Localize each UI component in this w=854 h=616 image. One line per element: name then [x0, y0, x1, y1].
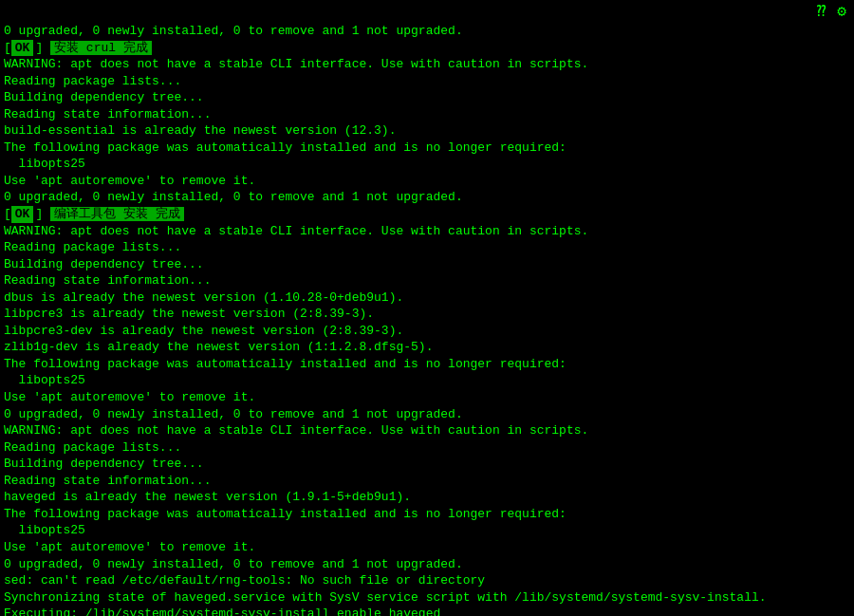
terminal-line: Building dependency tree...	[4, 256, 850, 273]
terminal-line: libopts25	[4, 372, 850, 389]
terminal-line: WARNING: apt does not have a stable CLI …	[4, 223, 850, 240]
terminal-line: Reading package lists...	[4, 73, 850, 90]
ok-badge: OK	[11, 206, 34, 223]
ok-status-text: 安装 crul 完成	[50, 41, 152, 55]
terminal-window: ⁇ ⚙ 0 upgraded, 0 newly installed, 0 to …	[0, 0, 854, 616]
terminal-line: [OK] 安装 crul 完成	[4, 40, 850, 57]
terminal-line: haveged is already the newest version (1…	[4, 489, 850, 506]
terminal-output: 0 upgraded, 0 newly installed, 0 to remo…	[0, 23, 854, 616]
terminal-line: [OK] 编译工具包 安装 完成	[4, 206, 850, 223]
terminal-line: Reading package lists...	[4, 439, 850, 457]
terminal-line: zlib1g-dev is already the newest version…	[4, 339, 850, 356]
top-bar-icons: ⁇ ⚙	[817, 2, 846, 21]
gear-icon[interactable]: ⚙	[837, 2, 846, 21]
terminal-line: libpcre3-dev is already the newest versi…	[4, 323, 850, 340]
terminal-line: 0 upgraded, 0 newly installed, 0 to remo…	[4, 23, 850, 40]
terminal-line: libopts25	[4, 156, 850, 173]
ok-bracket: [	[4, 207, 11, 221]
terminal-line: Use 'apt autoremove' to remove it.	[4, 389, 850, 406]
ok-close-bracket: ]	[35, 207, 50, 221]
grid-icon[interactable]: ⁇	[817, 2, 826, 21]
terminal-line: build-essential is already the newest ve…	[4, 122, 850, 140]
terminal-line: sed: can't read /etc/default/rng-tools: …	[4, 572, 850, 589]
ok-close-bracket: ]	[35, 41, 50, 55]
terminal-line: dbus is already the newest version (1.10…	[4, 289, 850, 307]
ok-badge: OK	[11, 40, 34, 57]
terminal-line: 0 upgraded, 0 newly installed, 0 to remo…	[4, 556, 850, 573]
ok-bracket: [	[4, 41, 11, 55]
terminal-line: Reading state information...	[4, 106, 850, 123]
terminal-line: Synchronizing state of haveged.service w…	[4, 589, 850, 607]
terminal-line: Reading state information...	[4, 272, 850, 289]
terminal-line: Building dependency tree...	[4, 89, 850, 106]
top-bar: ⁇ ⚙	[0, 0, 854, 23]
terminal-line: The following package was automatically …	[4, 506, 850, 523]
terminal-line: The following package was automatically …	[4, 140, 850, 157]
terminal-line: WARNING: apt does not have a stable CLI …	[4, 56, 850, 73]
terminal-line: Executing: /lib/systemd/systemd-sysv-ins…	[4, 606, 850, 616]
terminal-line: The following package was automatically …	[4, 356, 850, 373]
terminal-line: Use 'apt autoremove' to remove it.	[4, 173, 850, 190]
terminal-line: Reading state information...	[4, 473, 850, 490]
terminal-line: 0 upgraded, 0 newly installed, 0 to remo…	[4, 189, 850, 206]
terminal-line: Use 'apt autoremove' to remove it.	[4, 539, 850, 556]
terminal-line: WARNING: apt does not have a stable CLI …	[4, 422, 850, 439]
terminal-line: libpcre3 is already the newest version (…	[4, 306, 850, 323]
terminal-line: Building dependency tree...	[4, 456, 850, 473]
terminal-line: Reading package lists...	[4, 239, 850, 256]
terminal-line: 0 upgraded, 0 newly installed, 0 to remo…	[4, 406, 850, 423]
terminal-line: libopts25	[4, 522, 850, 539]
ok-status-text: 编译工具包 安装 完成	[50, 207, 184, 221]
